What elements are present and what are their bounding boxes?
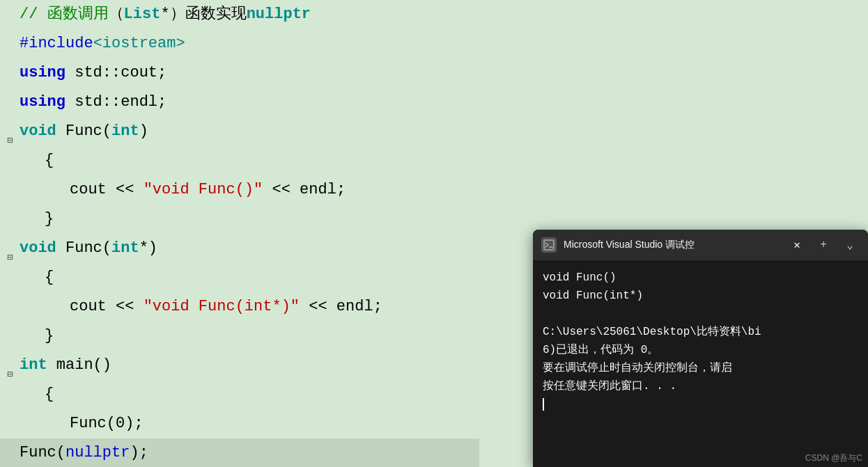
terminal-body: void Func() void Func(int*) C:\Users\250…: [533, 260, 868, 467]
terminal-close-button[interactable]: ✕: [787, 235, 807, 255]
terminal-line-5: 6)已退出，代码为 0。: [543, 341, 858, 359]
terminal-titlebar: Microsoft Visual Studio 调试控 ✕ + ⌄: [533, 230, 868, 260]
line-using-endl: using std::endl;: [7, 88, 529, 117]
line-brace3-open: {: [7, 380, 529, 409]
line-cout1: cout << "void Func()" << endl;: [7, 175, 529, 205]
svg-rect-0: [544, 240, 554, 250]
line-func-nullptr: Func(nullptr);: [0, 438, 479, 467]
line-void-func-intp: ⊟ void Func(int*): [7, 234, 529, 263]
terminal-window: Microsoft Visual Studio 调试控 ✕ + ⌄ void F…: [533, 230, 868, 467]
terminal-line-7: 按任意键关闭此窗口. . .: [543, 377, 858, 395]
line-brace1-open: {: [7, 146, 529, 175]
terminal-add-button[interactable]: +: [814, 235, 833, 255]
terminal-dropdown-button[interactable]: ⌄: [840, 235, 860, 255]
line-func0: Func(0);: [7, 409, 529, 438]
line-void-func-int: ⊟ void Func(int): [7, 117, 529, 146]
terminal-line-6: 要在调试停止时自动关闭控制台，请启: [543, 359, 858, 377]
line-brace2-close: }: [7, 322, 529, 351]
terminal-line-4: C:\Users\25061\Desktop\比特资料\bi: [543, 323, 858, 341]
line-int-main: ⊟ int main(): [7, 351, 529, 380]
line-comment: // 函数调用（List*）函数实现nullptr: [7, 0, 529, 29]
line-using-cout: using std::cout;: [7, 58, 529, 88]
fold-icon-func-intp[interactable]: ⊟: [7, 243, 18, 254]
editor-area: // 函数调用（List*）函数实现nullptr #include<iostr…: [0, 0, 868, 467]
fold-icon-main[interactable]: ⊟: [7, 360, 18, 371]
code-editor: // 函数调用（List*）函数实现nullptr #include<iostr…: [0, 0, 529, 467]
fold-icon-func-int[interactable]: ⊟: [7, 126, 18, 137]
line-brace1-close: }: [7, 205, 529, 234]
terminal-line-8: [543, 395, 858, 413]
csdn-watermark: CSDN @吾与C: [805, 452, 862, 464]
line-brace2-open: {: [7, 263, 529, 292]
terminal-app-icon: [541, 237, 557, 253]
terminal-line-3: [543, 305, 858, 323]
terminal-line-1: void Func(): [543, 269, 858, 287]
line-cout2: cout << "void Func(int*)" << endl;: [7, 292, 529, 322]
line-include: #include<iostream>: [7, 29, 529, 58]
terminal-line-2: void Func(int*): [543, 287, 858, 305]
terminal-title: Microsoft Visual Studio 调试控: [564, 239, 780, 251]
